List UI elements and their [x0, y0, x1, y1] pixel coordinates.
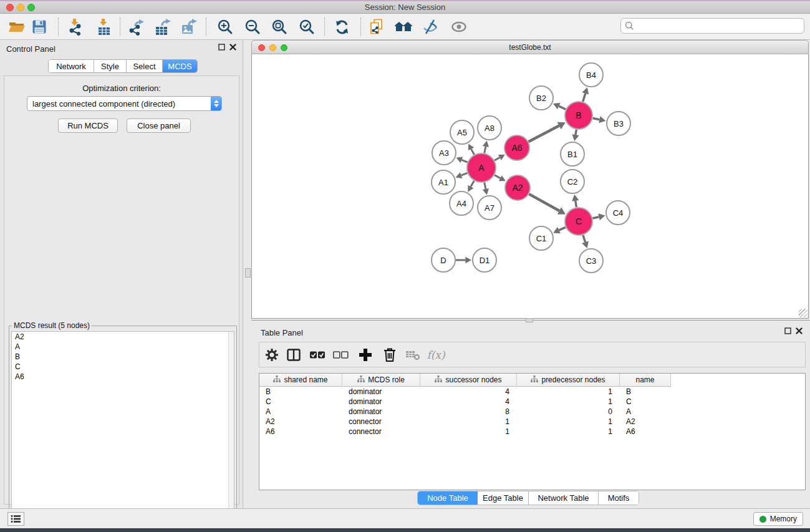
edge-A-A4[interactable] — [471, 181, 474, 186]
network-canvas[interactable]: B4B2BB3B1A5A8A6A3AA1A4A7A2C2CC4C1C3DD1 — [251, 54, 809, 319]
mcds-list-scrollbar[interactable] — [228, 332, 234, 532]
tab-edge-table[interactable]: Edge Table — [478, 491, 529, 505]
zoom-in-icon[interactable] — [215, 16, 236, 37]
graph-node-D[interactable]: D — [432, 248, 455, 272]
edge-A-A3[interactable] — [461, 160, 467, 162]
zoom-out-icon[interactable] — [242, 16, 263, 37]
close-traffic-light[interactable] — [6, 4, 14, 11]
graph-node-B3[interactable]: B3 — [607, 112, 630, 135]
graph-node-B1[interactable]: B1 — [561, 142, 584, 166]
graph-node-C[interactable]: C — [565, 208, 592, 235]
table-settings-icon[interactable] — [261, 344, 282, 365]
tab-select[interactable]: Select — [127, 60, 163, 72]
close-table-panel-icon[interactable] — [796, 327, 803, 334]
graph-node-C2[interactable]: C2 — [561, 170, 584, 193]
graph-node-C1[interactable]: C1 — [529, 226, 553, 250]
float-panel-icon[interactable] — [218, 44, 225, 51]
network-graph[interactable]: B4B2BB3B1A5A8A6A3AA1A4A7A2C2CC4C1C3DD1 — [252, 54, 808, 317]
edge-C-C1[interactable] — [559, 227, 566, 230]
edge-B-B4[interactable] — [583, 94, 586, 102]
tab-node-table[interactable]: Node Table — [418, 491, 478, 505]
edge-C-C3[interactable] — [583, 235, 586, 242]
table-row[interactable]: A2connector11A2 — [259, 417, 805, 427]
run-mcds-button[interactable]: Run MCDS — [58, 118, 118, 133]
show-graphics-details-icon[interactable] — [448, 16, 470, 37]
show-columns-icon[interactable] — [283, 344, 304, 365]
tab-mcds[interactable]: MCDS — [163, 60, 197, 72]
function-builder-icon[interactable]: f(x) — [425, 344, 446, 365]
graph-node-B4[interactable]: B4 — [579, 63, 603, 87]
task-history-button[interactable] — [7, 512, 24, 526]
import-table-icon[interactable] — [93, 16, 114, 37]
add-column-icon[interactable] — [355, 344, 376, 365]
edge-A-A2[interactable] — [494, 175, 500, 178]
edge-B-B1[interactable] — [576, 130, 576, 135]
edge-A-A6[interactable] — [494, 157, 500, 160]
criterion-select[interactable]: largest connected component (directed) — [27, 96, 222, 111]
hide-graphics-details-icon[interactable] — [420, 16, 441, 37]
open-session-icon[interactable] — [6, 16, 27, 37]
network-window-titlebar[interactable]: testGlobe.txt — [251, 40, 809, 54]
vertical-splitter-handle[interactable] — [245, 268, 251, 278]
column-header-shared-name[interactable]: shared name — [259, 374, 342, 387]
edge-A-A7[interactable] — [485, 183, 486, 189]
apply-layout-icon[interactable] — [331, 16, 352, 37]
graph-node-A[interactable]: A — [467, 153, 496, 182]
export-image-icon[interactable] — [178, 16, 200, 37]
network-overview-icon[interactable] — [367, 16, 388, 37]
graph-node-C4[interactable]: C4 — [606, 201, 630, 225]
close-panel-button[interactable]: Close panel — [127, 118, 191, 133]
delete-columns-icon[interactable] — [379, 344, 400, 365]
tab-style[interactable]: Style — [94, 60, 127, 72]
network-close-traffic-light[interactable] — [258, 44, 265, 51]
memory-button[interactable]: Memory — [753, 512, 803, 526]
graph-node-A7[interactable]: A7 — [478, 196, 501, 220]
zoom-traffic-light[interactable] — [27, 4, 35, 11]
graph-node-A6[interactable]: A6 — [504, 135, 529, 160]
table-row[interactable]: Bdominator41B — [259, 387, 805, 397]
graph-node-A4[interactable]: A4 — [450, 191, 473, 215]
export-network-icon[interactable] — [125, 16, 147, 37]
zoom-selected-icon[interactable] — [296, 16, 317, 37]
mcds-result-item[interactable]: C — [12, 362, 234, 372]
graph-node-D1[interactable]: D1 — [473, 248, 496, 272]
deselect-all-icon[interactable] — [330, 344, 351, 365]
table-row[interactable]: A6connector11A6 — [259, 427, 805, 437]
mcds-result-item[interactable]: A — [12, 342, 234, 352]
mcds-result-item[interactable]: A6 — [12, 372, 234, 382]
delete-table-icon[interactable] — [402, 344, 423, 365]
close-panel-icon[interactable] — [229, 44, 236, 51]
tab-network-table[interactable]: Network Table — [529, 491, 599, 505]
search-input[interactable] — [637, 21, 804, 31]
network-zoom-traffic-light[interactable] — [281, 44, 287, 51]
column-header-MCDS-role[interactable]: MCDS role — [342, 374, 420, 387]
float-table-panel-icon[interactable] — [784, 327, 791, 334]
import-network-icon[interactable] — [64, 16, 85, 37]
table-row[interactable]: Cdominator41C — [259, 397, 805, 407]
search-field[interactable] — [620, 18, 804, 34]
graph-node-A3[interactable]: A3 — [432, 141, 456, 165]
mcds-result-item[interactable]: B — [12, 352, 234, 362]
edge-C-C2[interactable] — [576, 201, 577, 207]
edge-A2-C[interactable] — [529, 194, 559, 211]
select-all-icon[interactable] — [307, 344, 328, 365]
column-header-name[interactable]: name — [620, 374, 671, 387]
minimize-traffic-light[interactable] — [17, 4, 24, 11]
save-session-icon[interactable] — [29, 16, 50, 37]
edge-A-A8[interactable] — [485, 147, 486, 153]
graph-node-A1[interactable]: A1 — [432, 170, 455, 194]
edge-A6-B[interactable] — [529, 125, 559, 142]
graph-node-C3[interactable]: C3 — [579, 249, 603, 273]
graph-node-A5[interactable]: A5 — [450, 120, 474, 144]
edge-B-B2[interactable] — [559, 106, 566, 109]
table-row[interactable]: Adominator80A — [259, 407, 805, 417]
graph-node-A8[interactable]: A8 — [478, 116, 501, 140]
mcds-result-item[interactable]: A2 — [12, 332, 234, 342]
edge-C-C4[interactable] — [592, 217, 599, 218]
graph-node-A2[interactable]: A2 — [505, 175, 530, 200]
edge-A-A5[interactable] — [471, 149, 475, 155]
home-icon[interactable] — [393, 16, 414, 37]
column-header-predecessor-nodes[interactable]: predecessor nodes — [517, 374, 620, 387]
graph-node-B2[interactable]: B2 — [529, 86, 553, 110]
graph-node-B[interactable]: B — [565, 102, 592, 129]
